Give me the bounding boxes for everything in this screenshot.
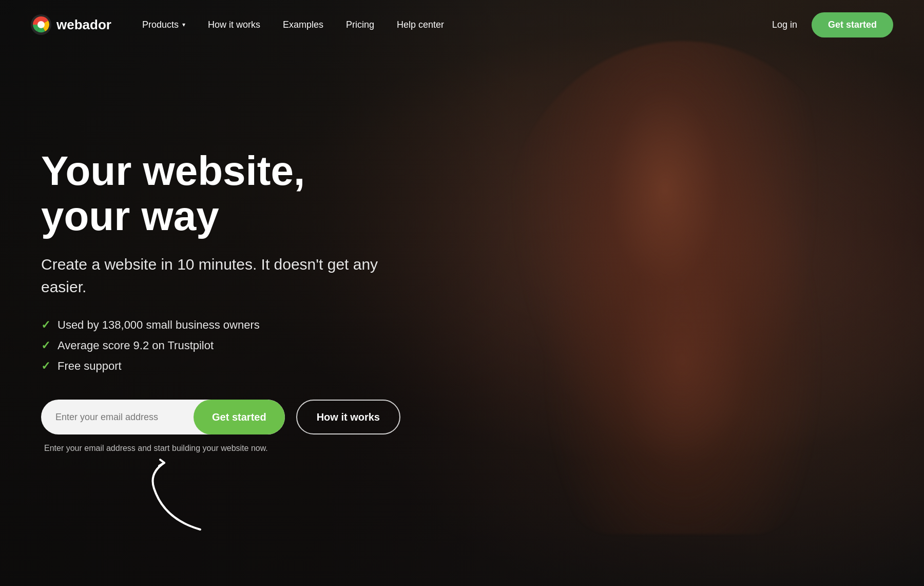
email-input[interactable] (55, 412, 194, 423)
cta-hint: Enter your email address and start build… (44, 444, 400, 453)
nav-pricing[interactable]: Pricing (346, 20, 374, 30)
svg-point-1 (37, 21, 45, 28)
cta-row: Get started How it works (41, 400, 400, 434)
hero-bullet-3: ✓ Free support (41, 360, 400, 373)
hero-section: webador Products ▾ How it works Examples… (0, 0, 924, 586)
nav-links: Products ▾ How it works Examples Pricing… (142, 20, 772, 30)
check-icon-2: ✓ (41, 339, 50, 352)
nav-get-started-button[interactable]: Get started (812, 12, 893, 37)
navbar: webador Products ▾ How it works Examples… (0, 0, 924, 49)
nav-right: Log in Get started (772, 12, 893, 37)
hero-title: Your website, your way (41, 148, 400, 239)
hero-content: Your website, your way Create a website … (0, 148, 441, 453)
hero-subtitle: Create a website in 10 minutes. It doesn… (41, 253, 400, 298)
hero-bullets: ✓ Used by 138,000 small business owners … (41, 318, 400, 373)
bullet-text-3: Free support (57, 360, 122, 373)
bullet-text-1: Used by 138,000 small business owners (57, 318, 260, 332)
how-it-works-button[interactable]: How it works (296, 400, 400, 434)
hero-bullet-2: ✓ Average score 9.2 on Trustpilot (41, 339, 400, 352)
logo-icon (31, 14, 51, 35)
get-started-button[interactable]: Get started (194, 400, 285, 434)
nav-examples[interactable]: Examples (283, 20, 323, 30)
check-icon-3: ✓ (41, 360, 50, 373)
logo-text: webador (56, 17, 111, 33)
logo-link[interactable]: webador (31, 14, 111, 35)
arrow-decoration (133, 458, 216, 535)
email-form: Get started (41, 400, 285, 434)
check-icon-1: ✓ (41, 318, 50, 332)
bullet-text-2: Average score 9.2 on Trustpilot (57, 339, 214, 352)
nav-products[interactable]: Products ▾ (142, 20, 185, 30)
nav-help-center[interactable]: Help center (397, 20, 444, 30)
nav-how-it-works[interactable]: How it works (208, 20, 260, 30)
products-dropdown-icon: ▾ (182, 21, 185, 28)
hero-bullet-1: ✓ Used by 138,000 small business owners (41, 318, 400, 332)
login-link[interactable]: Log in (772, 20, 797, 30)
